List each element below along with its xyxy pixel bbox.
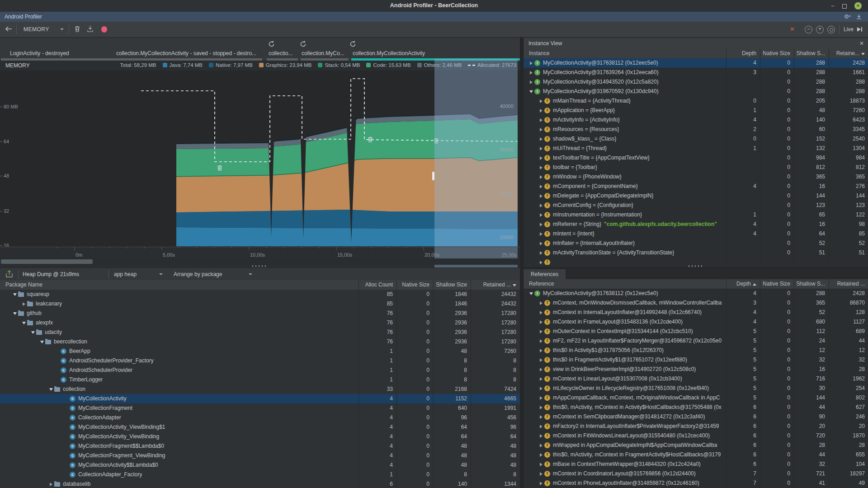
gear-icon[interactable]: ⚙▾ [844, 13, 851, 20]
table-row[interactable]: fmContext in FitWindowsLinearLayout@3155… [524, 431, 868, 441]
table-row[interactable]: fthis$0, mActivity, mContext in Fragment… [524, 450, 868, 460]
column-header[interactable]: Instance [524, 49, 726, 58]
chevron-collapsed-icon[interactable] [21, 302, 27, 306]
back-arrow-icon[interactable] [5, 25, 13, 34]
table-row[interactable]: cMyCollectionActivity$$Lambda$0404848 [0, 460, 520, 470]
chevron-collapsed-icon[interactable] [538, 330, 544, 333]
table-row[interactable]: fmOuterContext in ContextImpl@315344144 … [524, 327, 868, 336]
table-row[interactable]: f [524, 258, 868, 265]
chevron-collapsed-icon[interactable] [538, 118, 544, 122]
column-header[interactable]: Reference [524, 279, 726, 289]
table-row[interactable]: cCollectionAdapter4096456 [0, 413, 520, 422]
live-button-label[interactable]: Live [844, 26, 854, 33]
table-row[interactable]: cMyCollectionActivity4011524665 [0, 394, 520, 404]
column-header[interactable]: Depth [726, 49, 760, 58]
chevron-collapsed-icon[interactable] [538, 396, 544, 400]
table-row[interactable]: cCollectionAdapter_Factory1088 [0, 470, 520, 479]
chevron-expanded-icon[interactable] [30, 331, 36, 334]
table-row[interactable]: fmApplication = {BeerApp}10487260 [524, 106, 868, 115]
column-header[interactable]: Package Name [0, 280, 359, 290]
table-row[interactable]: fmMainThread = {ActivityThread}002051887… [524, 96, 868, 106]
table-row[interactable]: fthis$0 in Activity$1@317875056 (0x12f26… [524, 346, 868, 355]
table-row[interactable]: cAndroidSchedulerProvider_Factory1088 [0, 356, 520, 366]
chevron-collapsed-icon[interactable] [538, 204, 544, 207]
table-row[interactable]: cMyCollectionFragment_ViewBinding404848 [0, 451, 520, 460]
table-row[interactable]: fmIntent = {Intent}406485 [524, 229, 868, 239]
record-icon[interactable] [101, 26, 107, 33]
table-row[interactable]: fmCurrentConfig = {Configuration}0123123 [524, 201, 868, 210]
table-row[interactable]: github760293617280 [0, 309, 520, 318]
chevron-collapsed-icon[interactable] [538, 194, 544, 198]
chevron-collapsed-icon[interactable] [538, 301, 544, 305]
chevron-collapsed-icon[interactable] [538, 185, 544, 188]
skip-to-live-icon[interactable] [857, 27, 862, 33]
chevron-collapsed-icon[interactable] [528, 80, 534, 84]
table-row[interactable]: cTimberLogger1088 [0, 375, 520, 385]
chevron-collapsed-icon[interactable] [538, 358, 544, 362]
table-row[interactable]: IMyCollectionActivity@314943520 (0x12c5a… [524, 77, 868, 87]
table-row[interactable]: fthis$0 in FragmentActivity$1@317651072 … [524, 355, 868, 365]
chevron-collapsed-icon[interactable] [538, 406, 544, 409]
table-row[interactable]: fmAppCompatCallback, mContext, mOriginal… [524, 393, 868, 403]
chevron-collapsed-icon[interactable] [538, 444, 544, 447]
table-row[interactable]: cMyCollectionActivity_ViewBinding$140649… [0, 422, 520, 432]
chevron-collapsed-icon[interactable] [538, 311, 544, 314]
table-row[interactable]: fmContext in CoordinatorLayout@315769856… [524, 469, 868, 479]
chevron-collapsed-icon[interactable] [538, 109, 544, 113]
column-header[interactable]: Native Size [760, 279, 794, 289]
profiler-type-select[interactable]: MEMORY [24, 26, 49, 33]
chevron-collapsed-icon[interactable] [528, 71, 534, 75]
minimize-button[interactable]: – [829, 2, 836, 9]
table-row[interactable]: cBeerApp10487260 [0, 347, 520, 356]
column-header[interactable]: Shallow Size [433, 280, 471, 290]
chevron-expanded-icon[interactable] [48, 388, 54, 391]
chevron-expanded-icon[interactable] [39, 341, 45, 343]
chevron-collapsed-icon[interactable] [538, 232, 544, 236]
chevron-collapsed-icon[interactable] [538, 453, 544, 457]
selection-drag-handle[interactable] [432, 172, 434, 180]
table-row[interactable]: fmInflater = {InternalLayoutInflater}052… [524, 239, 868, 248]
table-row[interactable]: cMyCollectionFragment406401991 [0, 404, 520, 413]
table-row[interactable]: fmLifecycleOwner in LifecycleRegistry@31… [524, 384, 868, 393]
table-row[interactable]: fmFactory2 in InternalLayoutInflater$Pri… [524, 422, 868, 431]
chevron-expanded-icon[interactable] [528, 90, 534, 93]
chevron-collapsed-icon[interactable] [538, 99, 544, 103]
chevron-collapsed-icon[interactable] [538, 434, 544, 438]
chevron-collapsed-icon[interactable] [538, 242, 544, 245]
chevron-collapsed-icon[interactable] [538, 251, 544, 255]
chevron-collapsed-icon[interactable] [538, 175, 544, 179]
close-icon[interactable]: ✕ [859, 40, 864, 47]
column-header[interactable]: Shallow S... [794, 49, 829, 58]
table-row[interactable]: beercollection760293617280 [0, 337, 520, 347]
chevron-collapsed-icon[interactable] [538, 147, 544, 150]
zoom-in-button[interactable]: + [816, 26, 824, 33]
chevron-expanded-icon[interactable] [12, 312, 18, 315]
chevron-down-icon[interactable] [60, 28, 64, 30]
table-row[interactable]: fmContext in PhoneLayoutInflater@3148598… [524, 479, 868, 488]
table-row[interactable]: fmUiThread = {Thread}101321304 [524, 144, 868, 153]
reset-zoom-button[interactable] [827, 26, 835, 33]
chevron-collapsed-icon[interactable] [538, 320, 544, 324]
chevron-collapsed-icon[interactable] [538, 463, 544, 466]
table-row[interactable]: IMyCollectionActivity@317638112 (0x12eec… [524, 289, 868, 298]
table-row[interactable]: fmActivityInfo = {ActivityInfo}401406423 [524, 115, 868, 125]
column-header[interactable]: Shallow S... [794, 279, 829, 289]
chevron-collapsed-icon[interactable] [538, 415, 544, 419]
chevron-collapsed-icon[interactable] [538, 156, 544, 160]
column-header-sorted[interactable]: Depth [726, 279, 760, 289]
table-row[interactable]: fmInstrumentation = {Instrumentation}106… [524, 210, 868, 220]
table-row[interactable]: udacity760293617280 [0, 328, 520, 337]
chevron-collapsed-icon[interactable] [538, 472, 544, 476]
table-row[interactable]: squareup850184624432 [0, 290, 520, 299]
table-row[interactable]: fmContext in SemClipboardManager@3148142… [524, 412, 868, 422]
vertical-splitter[interactable] [520, 37, 523, 488]
tab-references[interactable]: References [524, 269, 566, 280]
table-row[interactable]: cAndroidSchedulerProvider1088 [0, 366, 520, 375]
chevron-collapsed-icon[interactable] [538, 261, 544, 264]
column-header-sorted[interactable]: Retaine... [829, 49, 868, 58]
table-row[interactable]: ftextToolbarTitle = {AppCompatTextView}0… [524, 153, 868, 163]
table-row[interactable]: fmWrapped in AppCompatDelegateImplN$AppC… [524, 441, 868, 450]
table-row[interactable]: fview in DrinkBeerPresenterImpl@31490272… [524, 365, 868, 374]
table-row[interactable]: collection33021687424 [0, 385, 520, 394]
chevron-collapsed-icon[interactable] [538, 482, 544, 485]
